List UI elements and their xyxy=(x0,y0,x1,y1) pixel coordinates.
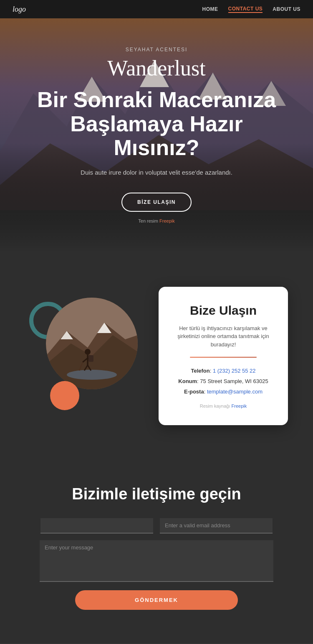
hero-cta-button[interactable]: BİZE ULAŞIN xyxy=(121,193,192,212)
phone-value[interactable]: 1 (232) 252 55 22 xyxy=(213,368,256,374)
contact-details: Telefon: 1 (232) 252 55 22 Konum: 75 Str… xyxy=(174,366,273,397)
credit-link[interactable]: Freepik xyxy=(232,403,247,408)
submit-button[interactable]: GÖNDERMEK xyxy=(75,590,238,610)
address-value: 75 Street Sample, WI 63025 xyxy=(200,378,268,384)
nav-link-about[interactable]: ABOUT US xyxy=(273,6,300,12)
contact-phone: Telefon: 1 (232) 252 55 22 xyxy=(174,366,273,376)
email-input[interactable] xyxy=(160,518,273,534)
hero-subtitle: SEYAHAT ACENTESI xyxy=(25,47,288,53)
hero-credit-prefix: Ten resim xyxy=(138,218,159,223)
svg-point-15 xyxy=(85,349,91,355)
hero-description: Duis aute irure dolor in voluptat velit … xyxy=(25,168,288,178)
logo[interactable]: logo xyxy=(13,5,26,14)
contact-address: Konum: 75 Street Sample, WI 63025 xyxy=(174,376,273,387)
hero-content: SEYAHAT ACENTESI Wanderlust Bir Sonraki … xyxy=(0,47,313,223)
email-label: E-posta xyxy=(184,388,204,395)
contact-email: E-posta: template@sample.com xyxy=(174,387,273,397)
hero-credit: Ten resim Freepik xyxy=(25,218,288,223)
contact-divider xyxy=(190,357,257,358)
address-label: Konum xyxy=(178,378,197,384)
svg-rect-22 xyxy=(88,355,93,362)
hero-title: Bir Sonraki Maceranıza Başlamaya Hazır M… xyxy=(25,88,288,160)
contact-card-credit: Resim kaynağı Freepik xyxy=(174,403,273,408)
contact-image-area xyxy=(25,277,146,435)
contact-card: Bize Ulaşın Her türlü iş ihtiyacınızı ka… xyxy=(159,287,288,426)
nav-link-home[interactable]: HOME xyxy=(202,6,218,12)
hero-brand: Wanderlust xyxy=(25,56,288,80)
hiker-photo-circle xyxy=(46,298,138,389)
svg-point-14 xyxy=(67,370,117,380)
nav-link-contact[interactable]: CONTACT US xyxy=(228,6,263,13)
hero-credit-link[interactable]: Freepik xyxy=(159,218,175,223)
contact-card-description: Her türlü iş ihtiyacınızı karşılamak ve … xyxy=(174,324,273,349)
form-title: Bizimle iletişime geçin xyxy=(13,485,300,503)
hero-section: SEYAHAT ACENTESI Wanderlust Bir Sonraki … xyxy=(0,18,313,252)
orange-circle-decoration xyxy=(50,381,79,410)
credit-prefix: Resim kaynağı xyxy=(200,403,232,408)
navbar: logo HOME CONTACT US ABOUT US xyxy=(0,0,313,18)
message-textarea[interactable] xyxy=(40,540,273,582)
contact-form-section: Bizimle iletişime geçin GÖNDERMEK xyxy=(0,460,313,643)
name-input[interactable] xyxy=(40,518,153,534)
contact-info-section: Bize Ulaşın Her türlü iş ihtiyacınızı ka… xyxy=(0,252,313,460)
contact-card-title: Bize Ulaşın xyxy=(174,303,273,318)
nav-links: HOME CONTACT US ABOUT US xyxy=(202,6,300,13)
email-value[interactable]: template@sample.com xyxy=(207,388,263,395)
phone-label: Telefon xyxy=(191,368,210,374)
form-row-1 xyxy=(13,518,300,534)
